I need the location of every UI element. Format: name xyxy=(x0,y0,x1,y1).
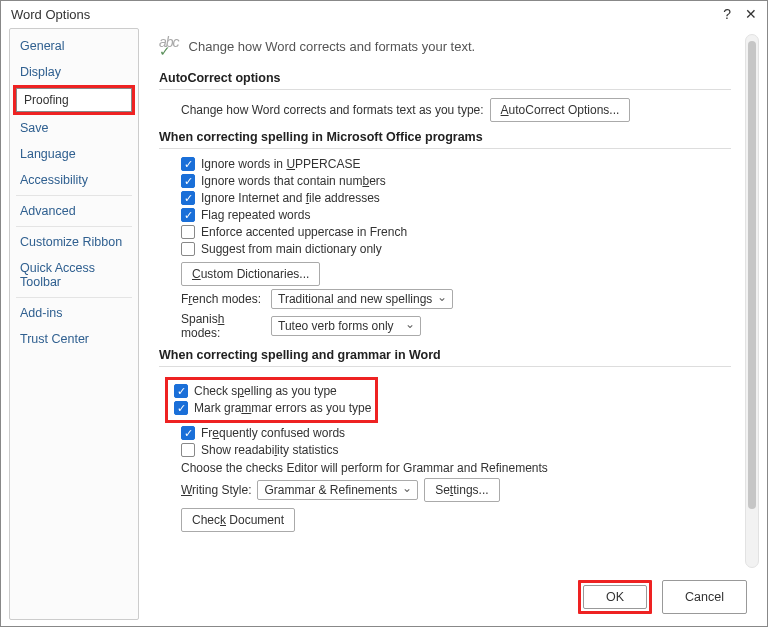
french-modes-label: French modes: xyxy=(181,292,265,306)
content-area: abc✓ Change how Word corrects and format… xyxy=(145,26,767,626)
label-mark-grammar: Mark grammar errors as you type xyxy=(194,401,371,415)
highlight-spelling-grammar: ✓ Check spelling as you type ✓ Mark gram… xyxy=(165,377,378,423)
sidebar: General Display Proofing Save Language A… xyxy=(9,28,139,620)
window-title: Word Options xyxy=(11,7,90,22)
checkbox-readability[interactable] xyxy=(181,443,195,457)
dialog-button-bar: OK Cancel xyxy=(149,572,759,622)
sidebar-item-customize-ribbon[interactable]: Customize Ribbon xyxy=(10,229,138,255)
checkbox-french-accented[interactable] xyxy=(181,225,195,239)
choose-checks-text: Choose the checks Editor will perform fo… xyxy=(181,461,548,475)
label-main-dictionary: Suggest from main dictionary only xyxy=(201,242,382,256)
checkbox-freq-confused[interactable]: ✓ xyxy=(181,426,195,440)
sidebar-item-advanced[interactable]: Advanced xyxy=(10,198,138,224)
checkbox-mark-grammar[interactable]: ✓ xyxy=(174,401,188,415)
sidebar-item-language[interactable]: Language xyxy=(10,141,138,167)
settings-button[interactable]: Settings... xyxy=(424,478,499,502)
vertical-scrollbar[interactable] xyxy=(745,34,759,568)
writing-style-label: Writing Style: xyxy=(181,483,251,497)
label-flag-repeated: Flag repeated words xyxy=(201,208,310,222)
help-icon[interactable]: ? xyxy=(723,6,731,22)
intro-text: Change how Word corrects and formats you… xyxy=(189,39,476,54)
french-modes-select[interactable]: Traditional and new spellings xyxy=(271,289,453,309)
custom-dictionaries-button[interactable]: Custom Dictionaries... xyxy=(181,262,320,286)
section-autocorrect-title: AutoCorrect options xyxy=(159,71,731,85)
sidebar-item-general[interactable]: General xyxy=(10,33,138,59)
checkbox-flag-repeated[interactable]: ✓ xyxy=(181,208,195,222)
close-icon[interactable]: ✕ xyxy=(745,6,757,22)
proofing-icon: abc✓ xyxy=(159,36,179,57)
checkbox-ignore-internet[interactable]: ✓ xyxy=(181,191,195,205)
sidebar-item-trust-center[interactable]: Trust Center xyxy=(10,326,138,352)
checkbox-main-dictionary[interactable] xyxy=(181,242,195,256)
autocorrect-desc: Change how Word corrects and formats tex… xyxy=(181,103,484,117)
checkbox-ignore-uppercase[interactable]: ✓ xyxy=(181,157,195,171)
label-check-spelling: Check spelling as you type xyxy=(194,384,337,398)
titlebar: Word Options ? ✕ xyxy=(1,1,767,26)
spanish-modes-select[interactable]: Tuteo verb forms only xyxy=(271,316,421,336)
writing-style-select[interactable]: Grammar & Refinements xyxy=(257,480,418,500)
label-freq-confused: Frequently confused words xyxy=(201,426,345,440)
label-readability: Show readability statistics xyxy=(201,443,338,457)
sidebar-item-proofing[interactable]: Proofing xyxy=(16,88,132,112)
checkbox-check-spelling[interactable]: ✓ xyxy=(174,384,188,398)
sidebar-item-accessibility[interactable]: Accessibility xyxy=(10,167,138,193)
word-options-dialog: Word Options ? ✕ General Display Proofin… xyxy=(0,0,768,627)
label-ignore-numbers: Ignore words that contain numbers xyxy=(201,174,386,188)
highlight-ok: OK xyxy=(578,580,652,614)
label-french-accented: Enforce accented uppercase in French xyxy=(201,225,407,239)
section-office-title: When correcting spelling in Microsoft Of… xyxy=(159,130,731,144)
sidebar-item-qat[interactable]: Quick Access Toolbar xyxy=(10,255,138,295)
ok-button[interactable]: OK xyxy=(583,585,647,609)
sidebar-item-save[interactable]: Save xyxy=(10,115,138,141)
cancel-button[interactable]: Cancel xyxy=(662,580,747,614)
autocorrect-options-button[interactable]: AAutoCorrect Options...utoCorrect Option… xyxy=(490,98,631,122)
checkbox-ignore-numbers[interactable]: ✓ xyxy=(181,174,195,188)
check-document-button[interactable]: Check Document xyxy=(181,508,295,532)
section-word-title: When correcting spelling and grammar in … xyxy=(159,348,731,362)
label-ignore-internet: Ignore Internet and file addresses xyxy=(201,191,380,205)
proofing-panel: abc✓ Change how Word corrects and format… xyxy=(149,30,741,572)
sidebar-item-display[interactable]: Display xyxy=(10,59,138,85)
label-ignore-uppercase: Ignore words in UPPERCASE xyxy=(201,157,360,171)
spanish-modes-label: Spanish modes: xyxy=(181,312,265,340)
sidebar-item-addins[interactable]: Add-ins xyxy=(10,300,138,326)
scrollbar-thumb[interactable] xyxy=(748,41,756,509)
